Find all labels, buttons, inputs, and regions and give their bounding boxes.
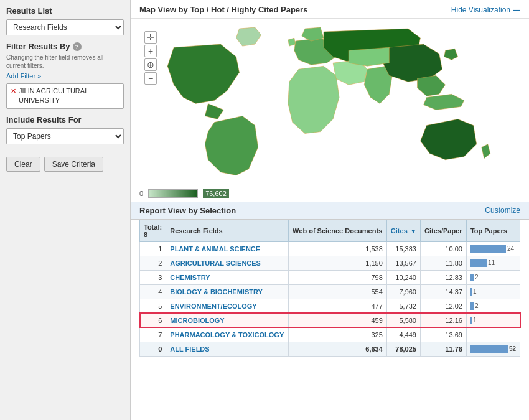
cites-cell: 10,240: [386, 270, 420, 284]
field-link[interactable]: MICROBIOLOGY: [170, 317, 224, 324]
col-cites-per-paper-label: Cites/Paper: [424, 227, 462, 235]
report-title: Report View by Selection: [139, 206, 236, 215]
rank-cell: 6: [140, 313, 166, 327]
field-cell: PLANT & ANIMAL SCIENCE: [166, 241, 289, 256]
map-container: ✛ + ⊕ −: [131, 19, 529, 187]
top-papers-cell: 24: [466, 241, 520, 256]
cites-per-paper-cell: 12.16: [420, 313, 466, 327]
field-link[interactable]: PLANT & ANIMAL SCIENCE: [170, 245, 260, 253]
col-top-papers: Top Papers: [466, 220, 520, 241]
map-controls: ✛ + ⊕ −: [144, 31, 157, 85]
field-cell: CHEMISTRY: [166, 270, 289, 284]
table-row: 7 PHARMACOLOGY & TOXICOLOGY 325 4,449 13…: [140, 327, 520, 342]
map-zoom-globe-button[interactable]: ⊕: [144, 58, 157, 71]
top-papers-cell: 11: [466, 256, 520, 270]
col-cites[interactable]: Cites ▼: [386, 220, 420, 241]
results-list-select[interactable]: Research Fields Authors Institutions Cou…: [6, 19, 124, 35]
cites-cell: 4,449: [386, 327, 420, 342]
include-section: Include Results For Top Papers Hot Paper…: [6, 115, 124, 151]
map-zoom-in-button[interactable]: +: [144, 45, 157, 57]
top-papers-bar-wrap: [470, 330, 516, 339]
cites-cell: 78,025: [386, 342, 420, 356]
field-link[interactable]: AGRICULTURAL SCIENCES: [170, 259, 261, 267]
filter-tag-text: JILIN AGRICULTURAL UNIVERSITY: [19, 86, 119, 106]
documents-cell: 477: [289, 299, 387, 313]
top-papers-bar: [470, 245, 506, 253]
world-map-svg: [139, 22, 520, 185]
filter-note: Changing the filter field removes all cu…: [6, 54, 124, 70]
rank-cell: 1: [140, 241, 166, 256]
cites-per-paper-cell: 12.83: [420, 270, 466, 284]
sidebar: Results List Research Fields Authors Ins…: [0, 0, 131, 420]
top-papers-bar: [470, 302, 474, 310]
documents-cell: 6,634: [289, 342, 387, 356]
field-cell: AGRICULTURAL SCIENCES: [166, 256, 289, 270]
cites-per-paper-cell: 13.69: [420, 327, 466, 342]
table-row: 3 CHEMISTRY 798 10,240 12.83 2: [140, 270, 520, 284]
cites-per-paper-cell: 11.80: [420, 256, 466, 270]
add-filter-link[interactable]: Add Filter »: [6, 72, 124, 80]
table-row: 2 AGRICULTURAL SCIENCES 1,150 13,567 11.…: [140, 256, 520, 270]
top-papers-value: 24: [507, 245, 514, 252]
rank-cell: 3: [140, 270, 166, 284]
table-wrap: Total: 8 Research Fields Web of Science …: [131, 220, 529, 357]
legend-max-label: 76,602: [203, 189, 229, 198]
documents-cell: 798: [289, 270, 387, 284]
table-row: 4 BIOLOGY & BIOCHEMISTRY 554 7,960 14.37…: [140, 284, 520, 299]
customize-button[interactable]: Customize: [485, 206, 520, 215]
top-papers-bar-wrap: 52: [470, 345, 516, 353]
top-papers-bar-wrap: 1: [470, 287, 516, 296]
total-value: 8: [144, 231, 147, 238]
col-cites-per-paper: Cites/Paper: [420, 220, 466, 241]
top-papers-cell: 1: [466, 284, 520, 299]
help-icon[interactable]: ?: [73, 42, 82, 51]
top-papers-cell: 2: [466, 299, 520, 313]
documents-cell: 459: [289, 313, 387, 327]
main-title: Map View by Top / Hot / Highly Cited Pap…: [139, 5, 307, 14]
field-link[interactable]: ALL FIELDS: [170, 345, 209, 353]
hide-viz-dash-icon: —: [513, 6, 520, 14]
top-papers-cell: 1: [466, 313, 520, 327]
col-documents: Web of Science Documents: [289, 220, 387, 241]
include-select[interactable]: Top Papers Hot Papers Highly Cited Paper…: [6, 128, 124, 144]
cites-per-paper-cell: 10.00: [420, 241, 466, 256]
cites-per-paper-cell: 14.37: [420, 284, 466, 299]
table-row: 5 ENVIRONMENT/ECOLOGY 477 5,732 12.02 2: [140, 299, 520, 313]
field-cell: ALL FIELDS: [166, 342, 289, 356]
cites-cell: 5,580: [386, 313, 420, 327]
top-papers-bar: [470, 259, 487, 267]
rank-cell: 5: [140, 299, 166, 313]
col-total: Total: 8: [140, 220, 166, 241]
documents-cell: 325: [289, 327, 387, 342]
filter-section: Filter Results By ? Changing the filter …: [6, 42, 124, 109]
rank-cell: 2: [140, 256, 166, 270]
filter-tag-box: ✕ JILIN AGRICULTURAL UNIVERSITY: [6, 83, 124, 109]
col-documents-label: Web of Science Documents: [293, 227, 382, 235]
main-header: Map View by Top / Hot / Highly Cited Pap…: [131, 0, 529, 19]
top-papers-bar-wrap: 24: [470, 245, 516, 253]
field-link[interactable]: BIOLOGY & BIOCHEMISTRY: [170, 288, 263, 296]
field-link[interactable]: PHARMACOLOGY & TOXICOLOGY: [170, 331, 284, 338]
table-row: 6 MICROBIOLOGY 459 5,580 12.16 1: [140, 313, 520, 327]
top-papers-bar: [470, 288, 472, 296]
filter-tag-remove[interactable]: ✕: [11, 86, 16, 96]
cites-per-paper-cell: 11.76: [420, 342, 466, 356]
table-row: 1 PLANT & ANIMAL SCIENCE 1,538 15,383 10…: [140, 241, 520, 256]
clear-button[interactable]: Clear: [6, 157, 40, 172]
col-cites-label: Cites: [391, 227, 408, 235]
top-papers-bar-wrap: 1: [470, 316, 516, 325]
top-papers-bar-wrap: 2: [470, 302, 516, 310]
hide-visualization-button[interactable]: Hide Visualization —: [451, 6, 520, 14]
map-legend: 0 76,602: [131, 187, 529, 202]
map-pan-icon[interactable]: ✛: [144, 31, 157, 44]
rank-cell: 4: [140, 284, 166, 299]
save-criteria-button[interactable]: Save Criteria: [44, 157, 103, 172]
top-papers-value: 52: [509, 345, 516, 352]
field-link[interactable]: ENVIRONMENT/ECOLOGY: [170, 302, 256, 310]
filter-tag: ✕ JILIN AGRICULTURAL UNIVERSITY: [11, 86, 119, 106]
rank-cell: 0: [140, 342, 166, 356]
field-cell: ENVIRONMENT/ECOLOGY: [166, 299, 289, 313]
total-label: Total:: [144, 223, 162, 231]
field-link[interactable]: CHEMISTRY: [170, 274, 210, 281]
map-zoom-out-button[interactable]: −: [144, 72, 157, 85]
